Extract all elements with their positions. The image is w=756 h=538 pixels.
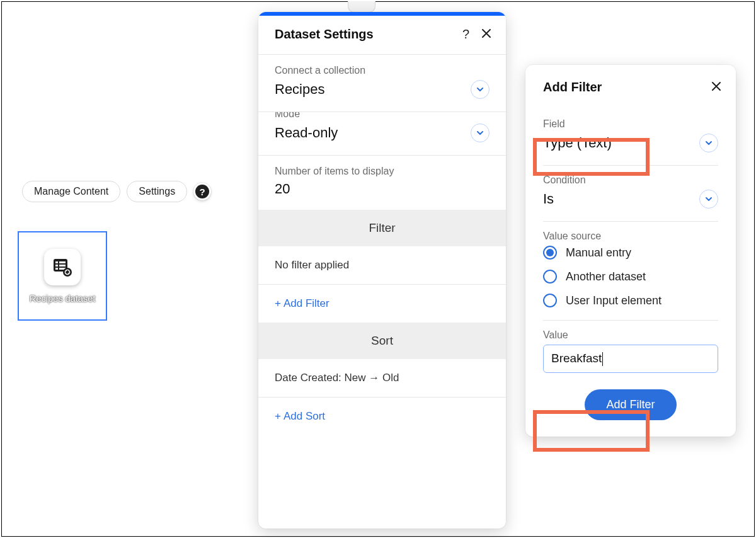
items-label: Number of items to display bbox=[275, 166, 490, 177]
field-group: Field Type (Text) bbox=[543, 110, 718, 166]
field-label: Field bbox=[543, 118, 718, 130]
help-icon[interactable]: ? bbox=[462, 27, 469, 42]
svg-rect-2 bbox=[59, 261, 66, 263]
value-group: Value Breakfast bbox=[543, 321, 718, 375]
mode-label: Mode bbox=[275, 112, 490, 120]
connect-label: Connect a collection bbox=[275, 65, 490, 76]
dataset-settings-panel: Dataset Settings ? Connect a collection … bbox=[258, 12, 506, 529]
connect-dropdown[interactable] bbox=[471, 80, 490, 99]
mode-dropdown[interactable] bbox=[471, 123, 490, 142]
dataset-icon bbox=[44, 249, 81, 285]
radio-icon bbox=[543, 246, 557, 260]
add-filter-button[interactable]: Add Filter bbox=[585, 389, 676, 420]
field-value: Type (Text) bbox=[543, 135, 612, 151]
svg-rect-1 bbox=[55, 261, 58, 263]
connect-collection-section: Connect a collection Recipes bbox=[258, 55, 506, 112]
svg-rect-4 bbox=[59, 265, 66, 266]
mode-value: Read-only bbox=[275, 125, 338, 141]
add-sort-link[interactable]: +Add Sort bbox=[258, 398, 506, 435]
radio-icon bbox=[543, 294, 557, 307]
filter-header: Add Filter bbox=[525, 65, 736, 107]
canvas-notch bbox=[348, 1, 375, 13]
condition-label: Condition bbox=[543, 175, 718, 186]
settings-header: Dataset Settings ? bbox=[258, 16, 506, 54]
close-icon[interactable] bbox=[711, 81, 722, 94]
value-source-label: Value source bbox=[543, 231, 718, 242]
condition-dropdown[interactable] bbox=[699, 190, 718, 209]
mode-section: Mode Read-only bbox=[258, 112, 506, 155]
svg-point-7 bbox=[63, 268, 72, 277]
add-filter-link[interactable]: +Add Filter bbox=[258, 285, 506, 323]
help-button[interactable]: ? bbox=[193, 183, 211, 200]
text-caret bbox=[602, 352, 603, 366]
element-toolbar: Manage Content Settings ? bbox=[22, 181, 211, 202]
radio-icon bbox=[543, 270, 557, 283]
chevron-down-icon bbox=[476, 129, 484, 137]
chevron-down-icon bbox=[704, 139, 713, 147]
filter-subheader: Filter bbox=[258, 210, 506, 246]
dataset-tile[interactable]: Recipes dataset bbox=[18, 231, 107, 321]
settings-button[interactable]: Settings bbox=[127, 181, 187, 202]
radio-label: Manual entry bbox=[566, 246, 631, 260]
help-icon: ? bbox=[195, 185, 209, 198]
radio-manual-entry[interactable]: Manual entry bbox=[543, 246, 718, 260]
add-filter-panel: Add Filter Field Type (Text) Condition I… bbox=[525, 65, 736, 437]
items-value: 20 bbox=[275, 181, 490, 197]
sort-status: Date Created: New → Old bbox=[258, 359, 506, 397]
value-label: Value bbox=[543, 329, 718, 341]
filter-title: Add Filter bbox=[543, 80, 602, 94]
field-dropdown[interactable] bbox=[699, 134, 718, 152]
close-icon[interactable] bbox=[481, 28, 492, 42]
manage-content-button[interactable]: Manage Content bbox=[22, 181, 120, 202]
connect-value: Recipes bbox=[275, 81, 324, 98]
items-section: Number of items to display 20 bbox=[258, 156, 506, 210]
settings-title: Dataset Settings bbox=[275, 27, 374, 42]
radio-label: Another dataset bbox=[566, 270, 646, 283]
svg-rect-5 bbox=[55, 268, 58, 270]
condition-value: Is bbox=[543, 191, 554, 207]
radio-another-dataset[interactable]: Another dataset bbox=[543, 270, 718, 283]
condition-group: Condition Is bbox=[543, 166, 718, 222]
chevron-down-icon bbox=[704, 195, 713, 203]
svg-rect-3 bbox=[55, 265, 58, 266]
radio-label: User Input element bbox=[566, 294, 662, 307]
sort-subheader: Sort bbox=[258, 323, 506, 359]
value-input[interactable]: Breakfast bbox=[543, 345, 718, 373]
filter-status: No filter applied bbox=[258, 246, 506, 284]
value-source-group: Value source Manual entry Another datase… bbox=[543, 222, 718, 321]
dataset-tile-label: Recipes dataset bbox=[30, 293, 96, 304]
radio-user-input[interactable]: User Input element bbox=[543, 294, 718, 307]
chevron-down-icon bbox=[476, 85, 484, 94]
